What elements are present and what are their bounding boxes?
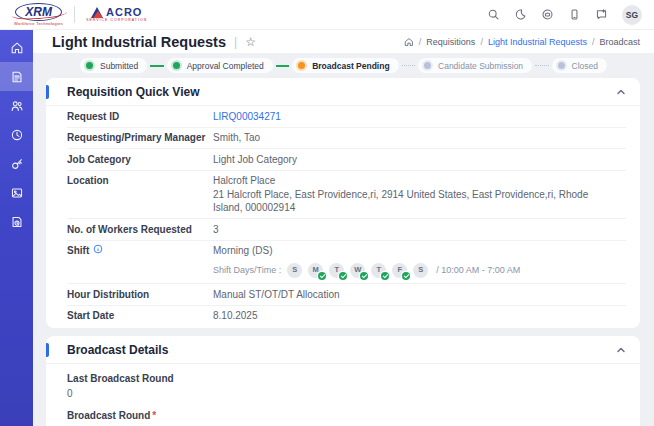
breadcrumb-item-requisitions[interactable]: Requisitions: [426, 37, 475, 47]
acro-triangle-icon: [91, 7, 104, 18]
step-dot: [86, 62, 93, 69]
field-row-location: Location Halcroft Place 21 Halcroft Plac…: [67, 171, 626, 220]
field-label: Last Broadcast Round: [67, 373, 626, 384]
history-icon: [10, 128, 24, 142]
breadcrumb-separator: /: [480, 37, 483, 47]
step-submitted: Submitted: [79, 57, 148, 74]
day-chip-sunday: S: [287, 263, 302, 278]
breadcrumb: / Requisitions / Light Industrial Reques…: [404, 37, 640, 47]
field-value: 8.10.2025: [213, 309, 626, 323]
search-icon[interactable]: [487, 8, 500, 21]
step-dot: [298, 62, 305, 69]
day-chip-wednesday: W: [350, 263, 365, 278]
sidebar-item-requisitions[interactable]: [0, 62, 33, 91]
field-value: Light Job Category: [213, 153, 626, 167]
field-value: Manual ST/OT/DT Allocation: [213, 288, 626, 302]
mobile-icon[interactable]: [568, 8, 581, 21]
field-label: Start Date: [67, 309, 213, 323]
step-label: Broadcast Pending: [312, 61, 389, 71]
left-sidebar: [0, 30, 33, 426]
step-label: Closed: [572, 61, 598, 71]
location-address: 21 Halcroft Place, East Providence,ri, 2…: [213, 188, 613, 215]
favorite-star-icon[interactable]: ☆: [245, 36, 256, 48]
xrm-logo-subtext: Workforce Technologies: [14, 21, 63, 26]
user-avatar[interactable]: SG: [622, 5, 642, 25]
logo-area: XRM Workforce Technologies ACRO SERVICE …: [14, 3, 147, 27]
assistant-icon[interactable]: [541, 8, 554, 21]
feedback-icon[interactable]: [595, 8, 608, 21]
collapse-chevron-icon[interactable]: [616, 87, 626, 97]
field-label: Requesting/Primary Manager: [67, 131, 213, 145]
info-icon[interactable]: [93, 244, 103, 254]
broadcast-round-block: Broadcast Round* 1: [67, 410, 626, 426]
check-badge-icon: [360, 272, 368, 280]
sidebar-item-home[interactable]: [0, 33, 33, 62]
day-chip-friday: F: [392, 263, 407, 278]
step-approval-completed: Approval Completed: [166, 57, 274, 74]
page-title: Light Industrial Requests: [52, 34, 226, 50]
field-value: Halcroft Place 21 Halcroft Place, East P…: [213, 174, 626, 215]
workers-icon: [10, 99, 24, 113]
field-row-manager: Requesting/Primary Manager Smith, Tao: [67, 128, 626, 150]
field-label: Hour Distribution: [67, 288, 213, 302]
day-chip-monday: M: [308, 263, 323, 278]
field-row-shift: Shift Morning (DS) Shift Days/Time : S M…: [67, 241, 626, 285]
broadcast-details-card: Broadcast Details Last Broadcast Round 0…: [46, 336, 640, 426]
last-broadcast-round-value: 0: [67, 388, 626, 399]
section-accent-bar: [46, 85, 49, 99]
logo-divider: [74, 6, 75, 23]
location-site: Halcroft Place: [213, 174, 626, 188]
shift-days-label: Shift Days/Time :: [213, 264, 281, 276]
section-title: Broadcast Details: [67, 343, 616, 357]
collapse-chevron-icon[interactable]: [616, 345, 626, 355]
gallery-icon: [10, 186, 24, 200]
step-connector: [402, 65, 415, 66]
requisitions-icon: [10, 70, 24, 84]
field-label: Job Category: [67, 153, 213, 167]
shift-label: Shift: [67, 245, 89, 256]
day-chip-saturday: S: [413, 263, 428, 278]
field-row-workers: No. of Workers Requested 3: [67, 219, 626, 241]
sidebar-item-audit[interactable]: [0, 207, 33, 236]
step-candidate-submission: Candidate Submission: [417, 57, 533, 74]
step-label: Submitted: [100, 61, 138, 71]
field-value: Smith, Tao: [213, 131, 626, 145]
field-label: No. of Workers Requested: [67, 223, 213, 237]
breadcrumb-separator: /: [419, 37, 422, 47]
sidebar-item-gallery[interactable]: [0, 178, 33, 207]
audit-file-icon: [10, 215, 24, 229]
breadcrumb-separator: /: [592, 37, 595, 47]
header-actions: SG: [487, 5, 642, 25]
field-label: Shift: [67, 244, 213, 280]
dark-mode-icon[interactable]: [514, 8, 527, 21]
broadcast-round-label: Broadcast Round: [67, 410, 150, 421]
sidebar-item-history[interactable]: [0, 120, 33, 149]
last-broadcast-round-block: Last Broadcast Round 0: [67, 373, 626, 399]
field-row-hour-distribution: Hour Distribution Manual ST/OT/DT Alloca…: [67, 284, 626, 306]
title-separator: |: [234, 35, 237, 49]
xrm-logo-text: XRM: [15, 3, 62, 21]
day-chip-tuesday: T: [329, 263, 344, 278]
field-label: Request ID: [67, 110, 213, 124]
field-label: Location: [67, 174, 213, 215]
check-badge-icon: [381, 272, 389, 280]
breadcrumb-item-broadcast: Broadcast: [599, 37, 640, 47]
breadcrumb-home-icon[interactable]: [404, 37, 414, 47]
sidebar-item-admin[interactable]: [0, 149, 33, 178]
step-label: Approval Completed: [187, 61, 264, 71]
field-row-job-category: Job Category Light Job Category: [67, 149, 626, 171]
requisition-quick-view-card: Requisition Quick View Request ID LIRQ00…: [46, 78, 640, 328]
field-value: Morning (DS) Shift Days/Time : S M T W T…: [213, 244, 626, 280]
request-id-link[interactable]: LIRQ00034271: [213, 110, 626, 124]
breadcrumb-item-light-industrial-requests[interactable]: Light Industrial Requests: [488, 37, 587, 47]
sidebar-item-workers[interactable]: [0, 91, 33, 120]
field-label: Broadcast Round*: [67, 410, 626, 421]
field-value: 3: [213, 223, 626, 237]
check-badge-icon: [339, 272, 347, 280]
step-broadcast-pending: Broadcast Pending: [291, 57, 399, 74]
step-closed: Closed: [551, 57, 608, 74]
step-connector: [276, 65, 289, 67]
required-asterisk: *: [152, 410, 156, 421]
field-row-start-date: Start Date 8.10.2025: [67, 306, 626, 327]
title-bar: Light Industrial Requests | ☆ / Requisit…: [33, 30, 654, 53]
